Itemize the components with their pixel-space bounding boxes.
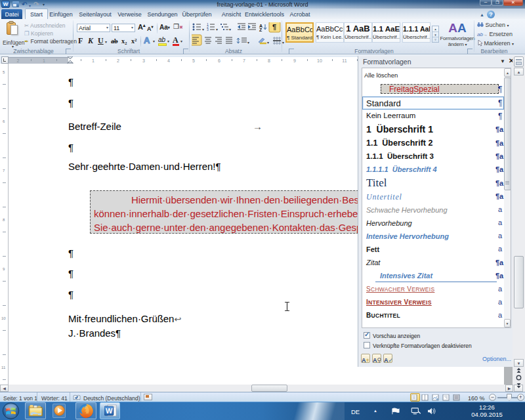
svg-text:9: 9 (293, 58, 296, 63)
svg-text:2: 2 (117, 58, 119, 63)
svg-text:8: 8 (268, 58, 270, 63)
svg-text:10: 10 (1, 316, 6, 320)
svg-text:7: 7 (243, 58, 245, 63)
svg-text:¶: ¶ (272, 23, 276, 31)
svg-text:▾: ▾ (247, 41, 249, 45)
svg-text:7: 7 (3, 169, 5, 173)
svg-text:5: 5 (192, 58, 195, 63)
svg-text:11: 11 (1, 366, 6, 369)
svg-text:3: 3 (142, 58, 145, 63)
svg-text:9: 9 (3, 267, 5, 271)
svg-text:1: 1 (43, 58, 45, 63)
svg-text:▾: ▾ (216, 28, 218, 32)
svg-text:10: 10 (317, 58, 322, 63)
svg-text:11: 11 (342, 58, 346, 63)
svg-text:▾: ▾ (282, 41, 284, 45)
svg-text:▾: ▾ (202, 28, 204, 32)
svg-text:1: 1 (92, 58, 94, 63)
svg-text:4: 4 (167, 58, 170, 63)
svg-text:▾: ▾ (229, 28, 231, 32)
svg-text:▾: ▾ (267, 41, 269, 45)
svg-text:6: 6 (218, 58, 220, 63)
svg-text:3: 3 (207, 28, 209, 32)
svg-text:W: W (106, 407, 113, 415)
svg-text:5: 5 (3, 70, 5, 74)
svg-text:8: 8 (3, 218, 5, 222)
svg-text:Z: Z (259, 28, 262, 32)
svg-text:6: 6 (3, 119, 5, 123)
svg-text:2: 2 (17, 58, 20, 63)
